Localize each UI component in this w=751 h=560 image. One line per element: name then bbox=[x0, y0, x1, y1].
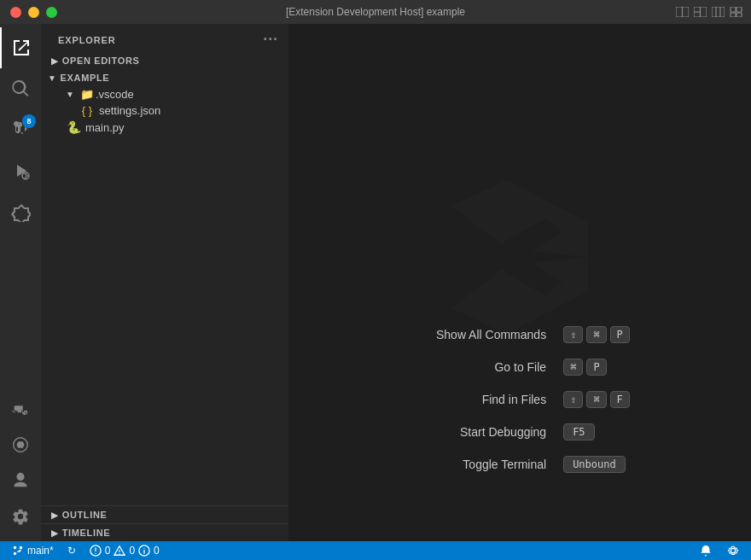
tree-item-vscode-folder[interactable]: ▼ 📁 .vscode bbox=[41, 86, 288, 102]
folder-icon: 📁 bbox=[79, 88, 96, 101]
f-key: F bbox=[610, 391, 630, 408]
layout-icon-2 bbox=[694, 7, 707, 17]
activity-item-account[interactable] bbox=[0, 463, 41, 499]
go-to-file-label: Go to File bbox=[410, 360, 546, 374]
error-count: 0 bbox=[105, 545, 111, 557]
settings-json-label: settings.json bbox=[96, 104, 288, 117]
json-icon: { } bbox=[79, 104, 96, 117]
explorer-icon bbox=[11, 38, 32, 58]
search-icon bbox=[10, 79, 31, 99]
layout-icon-1 bbox=[676, 7, 689, 17]
activity-item-source-control[interactable]: 8 bbox=[0, 109, 41, 150]
outline-section-title[interactable]: ▶ OUTLINE bbox=[41, 506, 288, 523]
open-editors-label: OPEN EDITORS bbox=[62, 55, 140, 66]
settings-icon bbox=[11, 507, 30, 526]
sidebar: EXPLORER ··· ▶ OPEN EDITORS ▼ EXAMPLE ▼ … bbox=[41, 24, 288, 541]
example-label: EXAMPLE bbox=[61, 73, 110, 83]
sidebar-title: EXPLORER bbox=[58, 35, 116, 45]
manage-icon bbox=[727, 545, 739, 557]
show-all-commands-label: Show All Commands bbox=[410, 328, 546, 341]
example-chevron: ▼ bbox=[48, 73, 57, 83]
shortcut-go-to-file: Go to File ⌘ P bbox=[410, 359, 606, 376]
editor-area: Show All Commands ⇧ ⌘ P Go to File ⌘ P F… bbox=[288, 24, 751, 541]
shortcut-toggle-terminal: Toggle Terminal Unbound bbox=[410, 456, 626, 473]
sidebar-header: EXPLORER ··· bbox=[41, 24, 288, 52]
title-bar: [Extension Development Host] example bbox=[0, 0, 751, 24]
status-branch[interactable]: main* bbox=[9, 541, 57, 560]
timeline-section-title[interactable]: ▶ TIMELINE bbox=[41, 524, 288, 541]
vscode-folder-label: .vscode bbox=[96, 88, 288, 101]
activity-item-settings[interactable] bbox=[0, 499, 41, 534]
vscode-logo-svg bbox=[434, 172, 605, 342]
extensions-icon bbox=[10, 201, 31, 222]
outline-section: ▶ OUTLINE bbox=[41, 505, 288, 523]
shortcut-show-all-commands: Show All Commands ⇧ ⌘ P bbox=[410, 326, 630, 343]
main-py-label: main.py bbox=[85, 121, 288, 134]
sidebar-more-icon[interactable]: ··· bbox=[263, 31, 278, 49]
info-count: 0 bbox=[154, 545, 160, 557]
shift-key-2: ⇧ bbox=[563, 391, 583, 408]
window-controls bbox=[10, 7, 57, 18]
maximize-button[interactable] bbox=[46, 7, 57, 18]
info-icon bbox=[138, 545, 150, 557]
outline-label: OUTLINE bbox=[62, 510, 108, 520]
find-in-files-keys: ⇧ ⌘ F bbox=[563, 391, 630, 408]
bell-icon bbox=[700, 545, 712, 557]
branch-icon bbox=[12, 545, 24, 557]
status-sync[interactable]: ↻ bbox=[64, 541, 79, 560]
gpu-icon bbox=[11, 435, 30, 454]
shortcut-find-in-files: Find in Files ⇧ ⌘ F bbox=[410, 391, 630, 408]
open-editors-section[interactable]: ▶ OPEN EDITORS bbox=[41, 52, 288, 69]
source-control-badge: 8 bbox=[22, 114, 36, 128]
svg-rect-8 bbox=[731, 7, 736, 12]
status-notifications[interactable] bbox=[696, 541, 715, 560]
svg-rect-9 bbox=[736, 7, 742, 12]
toggle-terminal-label: Toggle Terminal bbox=[410, 458, 546, 471]
vscode-folder-chevron: ▼ bbox=[61, 90, 79, 99]
shortcut-start-debugging: Start Debugging F5 bbox=[410, 423, 594, 440]
py-icon: 🐍 bbox=[65, 120, 82, 134]
main-layout: 8 bbox=[0, 24, 751, 541]
outline-chevron: ▶ bbox=[51, 510, 59, 520]
activity-item-extensions[interactable] bbox=[0, 191, 41, 232]
warning-icon bbox=[114, 545, 125, 557]
branch-name: main* bbox=[27, 545, 54, 557]
status-errors[interactable]: 0 0 0 bbox=[86, 541, 163, 560]
cmd-key-2: ⌘ bbox=[563, 359, 583, 376]
status-bar-left: main* ↻ 0 0 0 bbox=[9, 541, 163, 560]
activity-item-remote[interactable] bbox=[0, 391, 41, 427]
svg-rect-5 bbox=[712, 7, 725, 17]
title-bar-icons bbox=[676, 7, 742, 17]
tree-item-main-py[interactable]: 🐍 main.py bbox=[41, 119, 288, 136]
timeline-chevron: ▶ bbox=[51, 528, 59, 538]
unbound-key: Unbound bbox=[563, 456, 626, 473]
show-all-commands-keys: ⇧ ⌘ P bbox=[563, 326, 630, 343]
f5-key: F5 bbox=[563, 423, 594, 440]
activity-item-search[interactable] bbox=[0, 68, 41, 109]
tree-item-settings-json[interactable]: { } settings.json bbox=[41, 102, 288, 119]
status-manage[interactable] bbox=[724, 541, 742, 560]
layout-icon-3 bbox=[712, 7, 725, 17]
shift-key: ⇧ bbox=[563, 326, 583, 343]
error-icon bbox=[90, 545, 102, 557]
file-tree: ▼ EXAMPLE ▼ 📁 .vscode { } settings.json … bbox=[41, 69, 288, 505]
activity-item-gpu[interactable] bbox=[0, 427, 41, 463]
activity-bar: 8 bbox=[0, 24, 41, 541]
remote-icon bbox=[11, 400, 30, 418]
minimize-button[interactable] bbox=[28, 7, 39, 18]
svg-rect-10 bbox=[731, 13, 736, 17]
timeline-label: TIMELINE bbox=[62, 528, 111, 538]
example-section[interactable]: ▼ EXAMPLE bbox=[41, 69, 288, 86]
status-bar-right bbox=[696, 541, 742, 560]
window-title: [Extension Development Host] example bbox=[286, 6, 465, 18]
activity-item-run[interactable] bbox=[0, 150, 41, 191]
find-in-files-label: Find in Files bbox=[410, 393, 546, 406]
activity-item-explorer[interactable] bbox=[0, 27, 41, 68]
layout-icon-4 bbox=[730, 7, 742, 17]
sidebar-bottom: ▶ OUTLINE ▶ TIMELINE bbox=[41, 505, 288, 541]
warning-count: 0 bbox=[129, 545, 135, 557]
cmd-key-3: ⌘ bbox=[586, 391, 606, 408]
welcome-shortcuts: Show All Commands ⇧ ⌘ P Go to File ⌘ P F… bbox=[410, 326, 630, 473]
sidebar-header-icons: ··· bbox=[263, 31, 278, 49]
close-button[interactable] bbox=[10, 7, 21, 18]
